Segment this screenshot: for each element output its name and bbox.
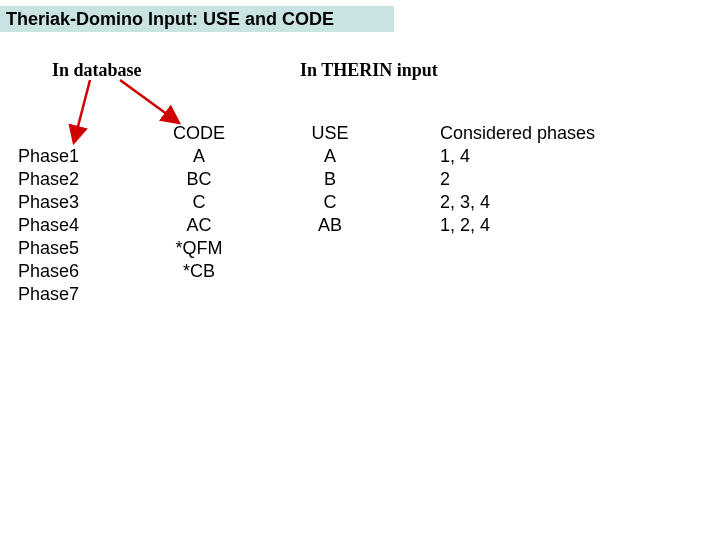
list-item: Phase7 [18, 283, 138, 306]
list-item: Phase1 [18, 145, 138, 168]
list-item: Phase4 [18, 214, 138, 237]
considered-column: Considered phases 1, 4 2 2, 3, 4 1, 2, 4 [440, 122, 660, 237]
list-item: AB [300, 214, 360, 237]
list-item: Phase3 [18, 191, 138, 214]
list-item: 2 [440, 168, 660, 191]
svg-line-1 [120, 80, 175, 120]
list-item: *CB [164, 260, 234, 283]
list-item: A [164, 145, 234, 168]
list-item: 1, 4 [440, 145, 660, 168]
list-item: A [300, 145, 360, 168]
list-item: C [300, 191, 360, 214]
code-header: CODE [164, 122, 234, 145]
list-item: Phase6 [18, 260, 138, 283]
header-in-database: In database [52, 60, 142, 81]
phase-column: Phase1 Phase2 Phase3 Phase4 Phase5 Phase… [18, 145, 138, 306]
header-in-therin: In THERIN input [300, 60, 438, 81]
code-column: CODE A BC C AC *QFM *CB [164, 122, 234, 283]
list-item: *QFM [164, 237, 234, 260]
list-item: C [164, 191, 234, 214]
arrow-db-to-phase-icon [70, 80, 110, 150]
list-item: 1, 2, 4 [440, 214, 660, 237]
svg-line-0 [75, 80, 90, 138]
list-item: BC [164, 168, 234, 191]
page-title: Theriak-Domino Input: USE and CODE [0, 6, 394, 32]
list-item: Phase5 [18, 237, 138, 260]
use-header: USE [300, 122, 360, 145]
list-item: B [300, 168, 360, 191]
page-title-text: Theriak-Domino Input: USE and CODE [6, 9, 334, 30]
list-item: 2, 3, 4 [440, 191, 660, 214]
list-item: AC [164, 214, 234, 237]
list-item: Phase2 [18, 168, 138, 191]
considered-header: Considered phases [440, 122, 660, 145]
use-column: USE A B C AB [300, 122, 360, 237]
